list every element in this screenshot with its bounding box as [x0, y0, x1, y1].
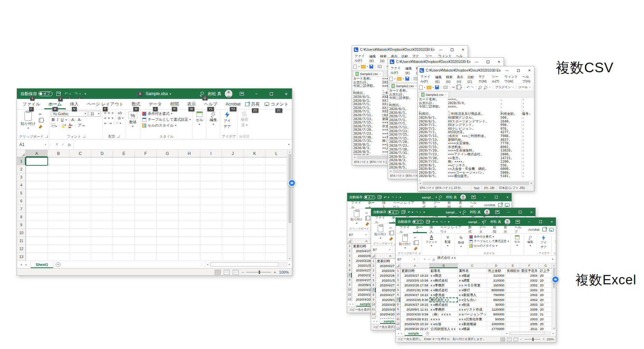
cell[interactable] — [222, 165, 244, 173]
toolbar-command[interactable]: ツール — [518, 85, 528, 90]
ribbon-display-options-icon[interactable] — [236, 89, 247, 99]
cell[interactable] — [48, 157, 70, 165]
cell[interactable] — [135, 157, 157, 165]
cell[interactable]: 8000000 — [487, 288, 506, 293]
cell[interactable]: 2003 — [520, 317, 539, 322]
cell[interactable] — [222, 197, 244, 205]
row-header[interactable]: 6 — [17, 197, 26, 205]
cell[interactable] — [157, 181, 178, 189]
cell[interactable]: 案件名 — [458, 268, 487, 273]
menu-item[interactable]: ファイル(F) — [420, 75, 431, 84]
cell[interactable] — [113, 253, 135, 261]
cell[interactable] — [91, 237, 113, 245]
paste-button[interactable]: 貼り付け▾ — [398, 235, 412, 249]
format-painter-button[interactable] — [389, 237, 393, 241]
format-painter-button[interactable] — [365, 222, 369, 226]
cell[interactable] — [506, 327, 520, 331]
cell[interactable] — [48, 165, 70, 173]
title-dropdown-icon[interactable]: ▾ — [435, 196, 437, 199]
qat-customize-icon[interactable]: ▾ — [85, 92, 86, 95]
print-icon[interactable] — [378, 65, 382, 68]
ribbon-tab[interactable]: 校閲R — [166, 99, 183, 109]
ribbon-tab[interactable]: ファイル — [348, 201, 365, 209]
cell[interactable] — [200, 237, 222, 245]
cell[interactable] — [135, 237, 157, 245]
cell[interactable] — [91, 245, 113, 253]
menu-item[interactable]: 編集(E) — [369, 54, 376, 63]
cell[interactable] — [157, 253, 178, 261]
cell[interactable] — [244, 165, 266, 173]
cell[interactable]: 2005 — [520, 322, 539, 327]
zoom-slider[interactable]: −+ — [520, 338, 544, 341]
cell[interactable] — [48, 197, 70, 205]
worksheet-grid[interactable]: ABCDEFGHIJKL12345678910111213 — [17, 150, 287, 261]
cell[interactable] — [91, 165, 113, 173]
cell[interactable]: 顧客名 — [430, 268, 458, 273]
horizontal-scrollbar[interactable]: ◂ ▸ — [418, 181, 534, 185]
cell[interactable]: 見積区分 — [506, 268, 520, 273]
formula-input[interactable] — [74, 139, 286, 149]
cell[interactable] — [48, 253, 70, 261]
comments-icon[interactable] — [505, 203, 509, 207]
cell[interactable] — [157, 221, 178, 229]
minimize-button[interactable]: − — [505, 208, 513, 216]
cell[interactable]: x x構築 — [458, 273, 487, 278]
cell[interactable] — [135, 245, 157, 253]
new-sheet-button[interactable]: + — [423, 331, 432, 336]
open-file-icon[interactable] — [427, 86, 431, 89]
cell[interactable]: 20 — [539, 322, 552, 327]
cut-button[interactable]: ✂ — [365, 211, 369, 215]
autosave-toggle[interactable]: 自動保存 オフ 1 — [20, 91, 53, 97]
cell[interactable]: 2020/4/28 8:21 — [401, 317, 430, 322]
column-header[interactable]: B — [48, 150, 70, 157]
copy-button[interactable]: ▾ — [39, 118, 44, 123]
cell[interactable] — [113, 205, 135, 213]
normal-view-icon[interactable] — [500, 338, 505, 341]
cell[interactable] — [26, 229, 48, 237]
cell[interactable]: 2020/2/25 8:30 — [401, 297, 430, 302]
close-button[interactable]: × — [548, 218, 556, 226]
cell[interactable] — [157, 237, 178, 245]
cell[interactable] — [266, 181, 287, 189]
cell[interactable] — [135, 229, 157, 237]
row-header[interactable]: 10 — [371, 302, 376, 307]
menu-item[interactable]: ヘルプ(H) — [522, 75, 532, 84]
cell[interactable] — [244, 221, 266, 229]
cell[interactable] — [26, 173, 48, 181]
page-layout-view-icon[interactable] — [507, 338, 512, 341]
cell[interactable] — [178, 197, 200, 205]
cell[interactable] — [113, 173, 135, 181]
cell[interactable] — [222, 173, 244, 181]
share-button[interactable]: 共有 ZS — [245, 101, 260, 107]
ribbon-tab[interactable]: ヘルプ — [512, 226, 526, 233]
column-header[interactable]: H — [178, 150, 200, 157]
row-header[interactable]: 12 — [17, 245, 26, 253]
cell[interactable] — [178, 189, 200, 197]
cell[interactable] — [266, 229, 287, 237]
row-header[interactable]: 9 — [17, 221, 26, 229]
user-name[interactable]: 村松 真 — [208, 91, 221, 97]
cell[interactable]: x x移行 — [458, 288, 487, 293]
cut-button[interactable]: ✂ — [389, 226, 393, 230]
cell[interactable]: 790000 — [487, 293, 506, 297]
zoom-slider[interactable]: −+ — [242, 270, 276, 274]
paste-button[interactable]: 貼り付け▾ — [349, 210, 364, 225]
cell[interactable]: 売上金額 — [487, 268, 506, 273]
scrollbar-thumb[interactable] — [211, 263, 278, 266]
cell[interactable] — [506, 273, 520, 278]
select-all-corner[interactable] — [396, 263, 401, 268]
row-header[interactable]: 13 — [17, 253, 26, 261]
underline-button[interactable]: U — [60, 118, 64, 122]
row-header[interactable]: 7 — [17, 205, 26, 213]
ribbon-tab[interactable]: ファイルF — [18, 99, 44, 109]
ideas-button[interactable]: アイ デア — [222, 111, 233, 130]
cell[interactable] — [266, 205, 287, 213]
row-header[interactable]: 2 — [371, 264, 376, 268]
format-as-table-button[interactable]: テーブルとして書式設定▾ — [142, 117, 191, 122]
cell[interactable] — [200, 189, 222, 197]
new-file-icon[interactable] — [419, 85, 423, 90]
cell[interactable]: x x出版 — [430, 322, 458, 327]
undo-button[interactable]: ↶▾ 3 — [64, 91, 71, 96]
name-box[interactable]: B7 — [347, 231, 363, 238]
row-header[interactable]: 3 — [371, 268, 376, 273]
